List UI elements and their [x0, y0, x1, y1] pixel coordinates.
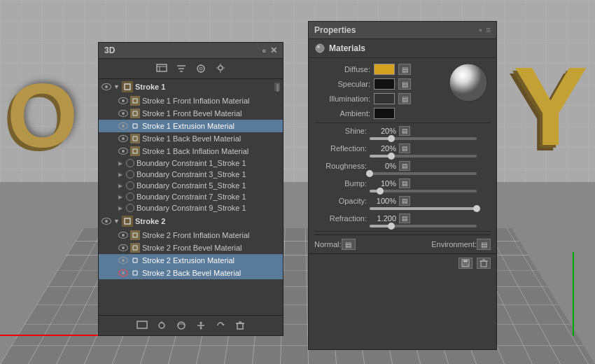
footer-rotate-icon[interactable]	[214, 319, 227, 332]
light-icon[interactable]	[214, 62, 227, 75]
reflection-folder-btn[interactable]: ▤	[399, 144, 410, 153]
stroke2-front-bevel[interactable]: Stroke 2 Front Bevel Material	[99, 241, 283, 254]
environment-btn[interactable]: ▤	[477, 239, 491, 250]
diffuse-swatch[interactable]	[374, 64, 395, 75]
target-icon[interactable]	[195, 62, 207, 75]
bump-folder-btn[interactable]: ▤	[399, 178, 410, 188]
s1fi-visibility[interactable]	[118, 97, 128, 104]
s1fi-icon	[130, 96, 140, 106]
s2fi-label: Stroke 2 Front Inflation Material	[142, 231, 249, 239]
reflection-slider[interactable]	[314, 155, 491, 158]
s2fi-visibility[interactable]	[118, 232, 128, 239]
opacity-label: Opacity:	[314, 197, 367, 205]
shine-folder-btn[interactable]: ▤	[399, 126, 410, 136]
s1bb-visibility[interactable]	[118, 135, 128, 142]
s2fb-visibility[interactable]	[118, 244, 128, 251]
specular-picker-btn[interactable]: ▤	[398, 78, 411, 90]
props-footer	[309, 253, 496, 272]
y-axis	[573, 252, 574, 336]
3d-text-left: O	[7, 63, 78, 168]
boundary5[interactable]: ▶ Boundary Constraint 5_Stroke 1	[99, 180, 283, 191]
svg-rect-16	[125, 218, 130, 224]
s2fi-icon	[130, 230, 140, 240]
roughness-value: 0%	[370, 162, 396, 170]
normal-btn[interactable]: ▤	[342, 239, 356, 250]
s2bb-visibility[interactable]	[118, 270, 128, 276]
stroke1-back-bevel[interactable]: Stroke 1 Back Bevel Material	[99, 132, 283, 145]
specular-label: Specular:	[314, 80, 370, 88]
opacity-folder-btn[interactable]: ▤	[399, 196, 410, 206]
b1-icon	[126, 159, 134, 167]
props-menu-icon[interactable]: ≡	[486, 25, 491, 35]
shine-slider[interactable]	[314, 137, 491, 140]
scene-icon[interactable]	[155, 62, 168, 75]
stroke1-type-icon	[122, 81, 133, 92]
props-save-btn[interactable]	[458, 258, 472, 269]
svg-marker-24	[200, 328, 202, 330]
bump-slider[interactable]	[314, 190, 491, 192]
s2e-visibility[interactable]	[118, 257, 128, 264]
b7-label: Boundary Constraint 7_Stroke 1	[136, 192, 246, 201]
boundary7[interactable]: ▶ Boundary Constraint 7_Stroke 1	[99, 191, 283, 202]
ambient-label: Ambient:	[314, 109, 370, 118]
svg-point-29	[316, 44, 324, 52]
s1e-visibility[interactable]	[118, 122, 128, 130]
boundary9[interactable]: ▶ Boundary Constraint 9_Stroke 1	[99, 202, 283, 214]
stroke2-front-inflation[interactable]: Stroke 2 Front Inflation Material	[99, 229, 283, 241]
footer-trash-icon[interactable]	[234, 319, 246, 332]
roughness-slider[interactable]	[314, 172, 491, 175]
footer-env-icon[interactable]	[175, 319, 188, 332]
svg-rect-33	[463, 260, 468, 262]
s2bb-icon	[130, 268, 140, 278]
stroke2-group-header[interactable]: ▼ Stroke 2	[99, 214, 283, 229]
s1e-icon	[130, 121, 140, 131]
boundary1[interactable]: ▶ Boundary Constraint 1_Stroke 1	[99, 158, 283, 169]
b7-icon	[126, 192, 134, 201]
roughness-folder-btn[interactable]: ▤	[399, 161, 410, 171]
props-collapse-icon[interactable]: «	[479, 27, 482, 34]
opacity-row: Opacity: 100% ▤	[314, 196, 491, 206]
stroke1-visibility[interactable]	[102, 83, 111, 90]
footer-scene-icon[interactable]	[136, 319, 148, 332]
specular-swatch[interactable]	[374, 78, 395, 90]
grid-top	[0, 0, 595, 182]
stroke1-chevron: ▼	[113, 83, 120, 90]
3d-text-right: Y	[513, 42, 588, 171]
stroke1-extrusion[interactable]: Stroke 1 Extrusion Material	[99, 120, 283, 132]
collapse-icon[interactable]: «	[262, 47, 266, 55]
diffuse-picker-btn[interactable]: ▤	[398, 64, 411, 75]
s1fb-icon	[130, 108, 140, 118]
footer-move-icon[interactable]	[195, 319, 207, 332]
stroke2-back-bevel[interactable]: Stroke 2 Back Bevel Material	[99, 267, 283, 279]
bump-value: 10%	[370, 179, 396, 188]
illumination-picker-btn[interactable]: ▤	[398, 93, 411, 104]
stroke1-group-header[interactable]: ▼ Stroke 1 ▐	[99, 79, 283, 94]
stroke1-back-inflation[interactable]: Stroke 1 Back Inflation Material	[99, 145, 283, 158]
b9-label: Boundary Constraint 9_Stroke 1	[136, 204, 246, 212]
refraction-row: Refraction: 1.200 ▤	[314, 214, 491, 223]
refraction-slider[interactable]	[314, 225, 491, 227]
ambient-swatch[interactable]	[374, 108, 395, 119]
props-delete-btn[interactable]	[477, 258, 491, 269]
b5-icon	[126, 181, 134, 190]
panel-3d-footer	[99, 315, 283, 335]
normal-label: Normal:	[314, 240, 342, 248]
stroke1-front-inflation[interactable]: Stroke 1 Front Inflation Material	[99, 94, 283, 107]
opacity-slider[interactable]	[314, 207, 491, 210]
boundary3[interactable]: ▶ Boundary Constraint 3_Stroke 1	[99, 169, 283, 180]
s1bi-visibility[interactable]	[118, 148, 128, 155]
illumination-swatch[interactable]	[374, 93, 395, 104]
s1fb-visibility[interactable]	[118, 110, 128, 117]
close-icon[interactable]: ✕	[270, 46, 277, 55]
stroke2-visibility[interactable]	[102, 218, 111, 225]
s2bb-label: Stroke 2 Back Bevel Material	[142, 269, 241, 277]
filter-icon[interactable]	[175, 62, 188, 75]
stroke2-extrusion[interactable]: Stroke 2 Extrusion Material	[99, 254, 283, 267]
footer-light-icon[interactable]	[155, 319, 168, 332]
refraction-folder-btn[interactable]: ▤	[399, 214, 410, 223]
stroke1-front-bevel[interactable]: Stroke 1 Front Bevel Material	[99, 107, 283, 120]
roughness-label: Roughness:	[314, 162, 367, 170]
shine-value: 20%	[370, 127, 396, 135]
svg-rect-17	[137, 321, 147, 328]
divider1	[314, 122, 491, 123]
